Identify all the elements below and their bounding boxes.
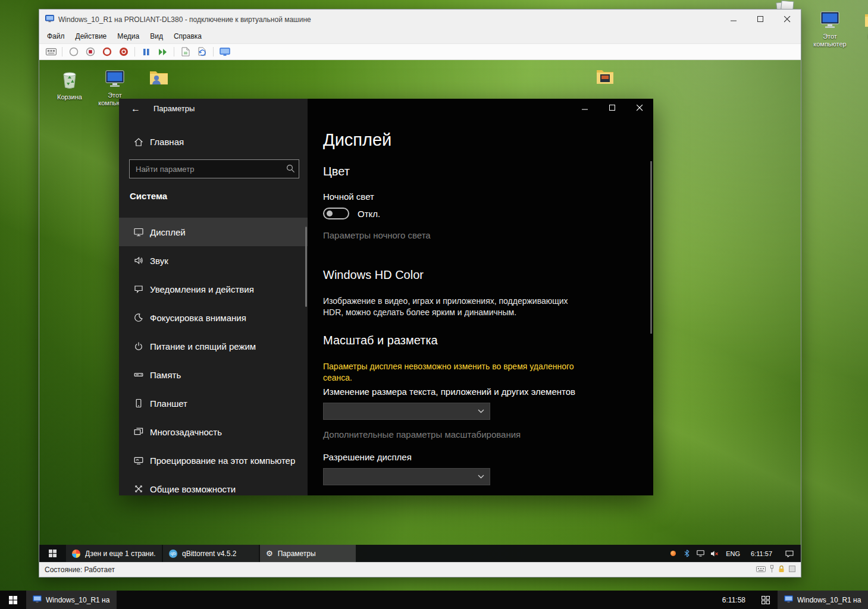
minimize-button[interactable] <box>720 10 747 29</box>
sidebar-item-projecting[interactable]: Проецирование на этот компьютер <box>119 446 308 475</box>
close-button[interactable] <box>774 10 801 29</box>
tablet-icon <box>133 398 143 408</box>
vm-desktop-icon-media-folder[interactable] <box>585 67 625 87</box>
sidebar-item-multitasking[interactable]: Многозадачность <box>119 417 308 446</box>
chevron-down-icon <box>478 409 484 413</box>
revert-icon[interactable] <box>196 46 208 58</box>
advanced-scaling-link[interactable]: Дополнительные параметры масштабирования <box>323 429 521 440</box>
lock-status-icon <box>778 565 785 575</box>
language-indicator[interactable]: ENG <box>721 550 745 557</box>
keyboard-status-icon <box>756 566 766 574</box>
host-taskbar-right: 6:11:58 Windows_10_R1 на P... <box>714 591 868 609</box>
maximize-button[interactable] <box>747 10 774 29</box>
taskbar-app-label: Windows_10_R1 на P... <box>46 596 110 604</box>
hdr-description: Изображение в видео, играх и приложениях… <box>323 296 579 318</box>
search-input[interactable] <box>129 159 299 178</box>
host-clock[interactable]: 6:11:58 <box>714 591 754 609</box>
night-light-toggle[interactable] <box>323 208 349 219</box>
sidebar-item-focus-assist[interactable]: Фокусировка внимания <box>119 303 308 332</box>
maximize-button[interactable] <box>598 99 626 117</box>
save-vm-icon[interactable] <box>118 46 129 58</box>
color-section-heading: Цвет <box>323 165 350 178</box>
reset-icon[interactable] <box>157 46 168 58</box>
vm-desktop-icon-user-folder[interactable] <box>139 68 178 89</box>
folder-icon <box>864 11 868 31</box>
misc-status-icon <box>789 566 795 574</box>
power-icon <box>133 341 143 351</box>
nav-label: Планшет <box>150 398 187 409</box>
sidebar-item-display[interactable]: Дисплей <box>119 218 308 246</box>
page-title: Дисплей <box>323 130 391 150</box>
tray-app-icon[interactable] <box>666 551 680 556</box>
host-desktop-icon-folder[interactable]: Ron <box>854 11 868 40</box>
vm-start-button[interactable] <box>39 545 66 562</box>
ctrl-alt-del-icon[interactable] <box>45 46 57 58</box>
taskbar-app-settings[interactable]: ⚙ Параметры <box>260 545 356 562</box>
host-desktop-icon-computer[interactable]: Этот компьютер <box>810 11 850 48</box>
secondary-start-button[interactable] <box>754 591 778 609</box>
sidebar-item-storage[interactable]: Память <box>119 360 308 389</box>
turn-off-icon[interactable] <box>84 46 96 58</box>
sidebar-item-shared-experiences[interactable]: Общие возможности <box>119 475 308 495</box>
menu-action[interactable]: Действие <box>70 30 112 42</box>
minimize-button[interactable] <box>571 99 598 117</box>
window-controls <box>720 10 801 29</box>
host-taskbar-app-vmconnect[interactable]: Windows_10_R1 на P... <box>26 591 117 609</box>
settings-window: ← Параметры Главная Система <box>119 99 653 495</box>
home-label: Главная <box>150 137 184 147</box>
volume-muted-icon[interactable] <box>707 550 721 557</box>
usb-status-icon <box>770 565 774 575</box>
sidebar-item-home[interactable]: Главная <box>119 133 308 151</box>
menu-help[interactable]: Справка <box>168 30 207 42</box>
host-start-button[interactable] <box>0 591 26 609</box>
night-light-settings-link[interactable]: Параметры ночного света <box>323 230 431 240</box>
display-tray-icon[interactable] <box>694 550 707 557</box>
scale-dropdown[interactable] <box>323 403 490 420</box>
checkpoint-icon[interactable] <box>180 46 191 58</box>
taskbar-app-zen[interactable]: Дзен и еще 1 страни... <box>66 545 162 562</box>
shut-down-icon[interactable] <box>101 46 112 58</box>
nav-label: Память <box>150 370 181 380</box>
vm-desktop-icon-recycle-bin[interactable]: Корзина <box>50 70 89 101</box>
sidebar-item-sound[interactable]: Звук <box>119 246 308 275</box>
vm-clock[interactable]: 6:11:57 <box>745 550 778 557</box>
window-title: Windows_10_R1 на PROLIANT-DL380 - подклю… <box>58 15 311 24</box>
enhanced-session-icon[interactable] <box>219 46 230 58</box>
sidebar-item-notifications[interactable]: Уведомления и действия <box>119 275 308 303</box>
night-light-state: Откл. <box>358 209 380 219</box>
pause-icon[interactable] <box>140 46 152 58</box>
settings-sidebar: ← Параметры Главная Система <box>119 99 308 495</box>
search-icon[interactable] <box>286 164 295 175</box>
toolbar-separator <box>213 47 214 56</box>
settings-window-controls <box>571 99 653 117</box>
hyperv-app-icon <box>45 14 54 25</box>
hdr-section-heading: Windows HD Color <box>323 268 424 282</box>
sidebar-item-tablet[interactable]: Планшет <box>119 389 308 417</box>
bluetooth-icon[interactable] <box>680 550 694 557</box>
back-button[interactable]: ← <box>125 100 146 118</box>
menu-file[interactable]: Файл <box>42 30 70 42</box>
toolbar-separator <box>134 47 135 56</box>
desktop-icon-label: Этот компьютер <box>810 33 850 48</box>
vmconnect-titlebar[interactable]: Windows_10_R1 на PROLIANT-DL380 - подклю… <box>39 10 801 29</box>
taskbar-app-qbittorrent[interactable]: qb qBittorrent v4.5.2 <box>163 545 259 562</box>
remote-session-warning: Параметры дисплея невозможно изменить во… <box>323 361 585 383</box>
zen-browser-icon <box>72 550 80 558</box>
menu-view[interactable]: Вид <box>145 30 168 42</box>
host-taskbar-app-vmconnect-secondary[interactable]: Windows_10_R1 на P... <box>778 591 868 609</box>
close-button[interactable] <box>626 99 653 117</box>
content-scrollbar[interactable] <box>650 161 652 334</box>
action-center-icon[interactable] <box>778 550 801 557</box>
vmconnect-window: Windows_10_R1 на PROLIANT-DL380 - подклю… <box>39 9 801 577</box>
sound-icon <box>133 256 143 265</box>
menu-media[interactable]: Медиа <box>112 30 145 42</box>
sidebar-item-power-sleep[interactable]: Питание и спящий режим <box>119 332 308 360</box>
sidebar-scrollbar[interactable] <box>305 227 307 307</box>
resolution-dropdown[interactable] <box>323 468 490 485</box>
nav-label: Уведомления и действия <box>150 284 254 294</box>
start-vm-icon[interactable] <box>68 46 79 58</box>
nav-label: Питание и спящий режим <box>150 341 256 351</box>
shared-experiences-icon <box>133 484 143 494</box>
home-icon <box>133 137 143 147</box>
notifications-icon <box>133 284 143 294</box>
